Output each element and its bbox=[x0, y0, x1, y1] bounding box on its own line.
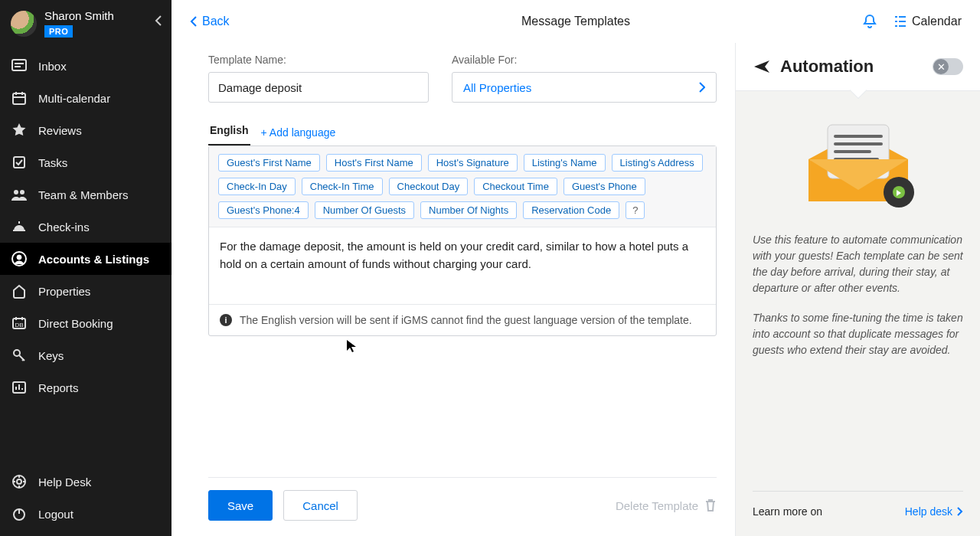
bell-service-icon bbox=[11, 218, 28, 235]
help-desk-link[interactable]: Help desk bbox=[905, 505, 963, 518]
sidebar-item-checkins[interactable]: Check-ins bbox=[0, 211, 172, 243]
sidebar-item-label: Check-ins bbox=[38, 221, 90, 234]
team-icon bbox=[11, 186, 28, 203]
sidebar-item-label: Tasks bbox=[38, 156, 67, 169]
available-for-value: All Properties bbox=[463, 81, 531, 94]
sidebar-item-inbox[interactable]: Inbox bbox=[0, 50, 172, 82]
user-name: Sharon Smith bbox=[44, 9, 114, 22]
svg-point-3 bbox=[14, 190, 18, 194]
token-number-of-nights[interactable]: Number Of Nights bbox=[420, 201, 517, 219]
delete-label: Delete Template bbox=[616, 499, 698, 512]
sidebar-item-label: Multi-calendar bbox=[38, 92, 110, 105]
sidebar-item-accounts[interactable]: Accounts & Listings bbox=[0, 243, 172, 275]
sidebar-item-helpdesk[interactable]: Help Desk bbox=[0, 466, 172, 498]
token-help[interactable]: ? bbox=[626, 201, 645, 219]
add-language-button[interactable]: + Add language bbox=[261, 126, 336, 139]
sidebar-item-reviews[interactable]: Reviews bbox=[0, 114, 172, 146]
top-bar: Back Message Templates Calendar bbox=[172, 0, 980, 43]
tasks-icon bbox=[11, 154, 28, 171]
token-host-signature[interactable]: Host's Signature bbox=[428, 154, 518, 172]
calendar-label: Calendar bbox=[912, 15, 962, 28]
sidebar-item-label: Reports bbox=[38, 381, 79, 394]
notifications-icon[interactable] bbox=[861, 13, 878, 30]
help-icon bbox=[11, 473, 28, 490]
calendar-list-icon bbox=[893, 15, 907, 28]
delete-template-button[interactable]: Delete Template bbox=[616, 498, 717, 512]
editor-note: i The English version will be sent if iG… bbox=[209, 304, 716, 335]
tab-english[interactable]: English bbox=[208, 119, 250, 145]
trash-icon bbox=[704, 498, 717, 512]
sidebar-collapse-icon[interactable] bbox=[155, 15, 162, 26]
sidebar-item-label: Accounts & Listings bbox=[38, 253, 149, 266]
user-block[interactable]: Sharon Smith PRO bbox=[0, 0, 172, 47]
svg-text:DB: DB bbox=[15, 322, 23, 328]
accounts-icon bbox=[11, 250, 28, 267]
sidebar-item-directbooking[interactable]: DBDirect Booking bbox=[0, 307, 172, 339]
sidebar-item-label: Team & Members bbox=[38, 188, 129, 201]
automation-illustration bbox=[801, 117, 916, 209]
save-button[interactable]: Save bbox=[208, 490, 273, 521]
token-number-of-guests[interactable]: Number Of Guests bbox=[315, 201, 414, 219]
help-desk-label: Help desk bbox=[905, 505, 952, 518]
calendar-link[interactable]: Calendar bbox=[893, 15, 962, 28]
automation-toggle[interactable]: ✕ bbox=[933, 58, 963, 75]
sidebar-item-reports[interactable]: Reports bbox=[0, 371, 172, 404]
automation-paragraph-1: Use this feature to automate communicati… bbox=[753, 232, 963, 296]
chevron-right-icon bbox=[699, 82, 705, 93]
svg-point-4 bbox=[20, 190, 24, 194]
sidebar-item-label: Reviews bbox=[38, 124, 82, 137]
token-guest-phone[interactable]: Guest's Phone bbox=[564, 178, 645, 195]
automation-paragraph-2: Thanks to some fine-tuning the time is t… bbox=[753, 310, 963, 358]
sidebar-item-team[interactable]: Team & Members bbox=[0, 178, 172, 211]
sidebar-item-label: Properties bbox=[38, 285, 90, 298]
sidebar-item-label: Inbox bbox=[38, 60, 67, 73]
token-listing-address[interactable]: Listing's Address bbox=[612, 154, 703, 172]
back-button[interactable]: Back bbox=[190, 15, 230, 28]
token-checkout-time[interactable]: Checkout Time bbox=[474, 178, 557, 195]
token-guest-phone-4[interactable]: Guest's Phone:4 bbox=[218, 201, 309, 219]
chevron-right-icon bbox=[957, 507, 963, 516]
sidebar-item-label: Direct Booking bbox=[38, 317, 113, 330]
inbox-icon bbox=[11, 57, 28, 74]
logout-icon bbox=[11, 505, 28, 522]
sidebar-item-multicalendar[interactable]: Multi-calendar bbox=[0, 82, 172, 114]
token-reservation-code[interactable]: Reservation Code bbox=[523, 201, 619, 219]
svg-point-13 bbox=[17, 479, 21, 484]
token-checkin-time[interactable]: Check-In Time bbox=[302, 178, 383, 195]
key-icon bbox=[11, 347, 28, 364]
learn-more-label: Learn more on bbox=[753, 505, 822, 518]
available-for-select[interactable]: All Properties bbox=[452, 72, 717, 103]
available-for-label: Available For: bbox=[452, 54, 717, 66]
sidebar-item-label: Keys bbox=[38, 349, 64, 362]
svg-rect-2 bbox=[14, 157, 24, 168]
sidebar-item-label: Logout bbox=[38, 508, 74, 521]
svg-point-10 bbox=[14, 350, 20, 356]
sidebar-item-properties[interactable]: Properties bbox=[0, 275, 172, 307]
info-icon: i bbox=[220, 314, 232, 326]
chevron-left-icon bbox=[190, 15, 198, 28]
automation-title: Automation bbox=[780, 57, 874, 77]
automation-panel: Automation ✕ bbox=[735, 43, 980, 536]
calendar-icon bbox=[11, 90, 28, 106]
token-checkout-day[interactable]: Checkout Day bbox=[389, 178, 469, 195]
token-checkin-day[interactable]: Check-In Day bbox=[218, 178, 296, 195]
sidebar-item-keys[interactable]: Keys bbox=[0, 339, 172, 371]
reports-icon bbox=[11, 379, 28, 396]
sidebar-item-logout[interactable]: Logout bbox=[0, 498, 172, 530]
airplane-icon bbox=[753, 57, 771, 76]
template-name-input[interactable] bbox=[208, 72, 429, 103]
sidebar: Sharon Smith PRO Inbox Multi-calendar Re… bbox=[0, 0, 172, 536]
sidebar-item-tasks[interactable]: Tasks bbox=[0, 146, 172, 178]
svg-rect-1 bbox=[13, 93, 25, 104]
template-name-label: Template Name: bbox=[208, 54, 429, 66]
svg-rect-5 bbox=[18, 221, 20, 224]
star-icon bbox=[11, 122, 28, 139]
token-bar: Guest's First Name Host's First Name Hos… bbox=[209, 146, 716, 227]
svg-rect-0 bbox=[12, 60, 26, 70]
token-listing-name[interactable]: Listing's Name bbox=[524, 154, 606, 172]
token-guest-first-name[interactable]: Guest's First Name bbox=[218, 154, 320, 172]
cancel-button[interactable]: Cancel bbox=[283, 490, 358, 521]
booking-icon: DB bbox=[11, 315, 28, 332]
token-host-first-name[interactable]: Host's First Name bbox=[326, 154, 422, 172]
template-body-editor[interactable]: For the damage deposit, the amount is he… bbox=[209, 227, 716, 304]
